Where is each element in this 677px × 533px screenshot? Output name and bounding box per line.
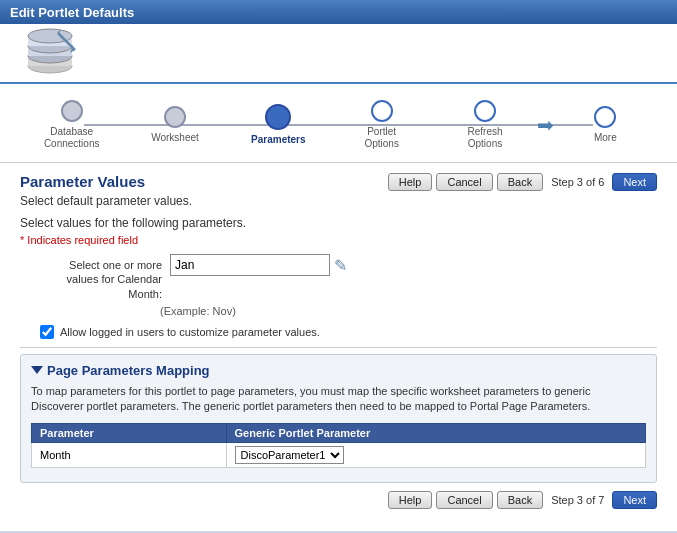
top-cancel-button[interactable]: Cancel — [436, 173, 492, 191]
step-circle-3 — [265, 104, 291, 130]
bottom-next-button[interactable]: Next — [612, 491, 657, 509]
page-description: Select default parameter values. — [20, 194, 192, 208]
col-header-generic: Generic Portlet Parameter — [226, 423, 645, 442]
required-note: * Indicates required field — [20, 234, 657, 246]
bottom-back-button[interactable]: Back — [497, 491, 543, 509]
content-area: Parameter Values Select default paramete… — [0, 163, 677, 527]
header-area — [0, 24, 677, 84]
steps-arrow: ➡ — [537, 113, 554, 137]
page-params-section: Page Parameters Mapping To map parameter… — [20, 354, 657, 483]
param-input[interactable] — [170, 254, 330, 276]
bottom-button-row: Help Cancel Back Step 3 of 7 Next — [20, 491, 657, 517]
step-circle-2 — [164, 106, 186, 128]
instruction1: Select values for the following paramete… — [20, 216, 657, 230]
step-circle-4 — [371, 100, 393, 122]
step-label-5: RefreshOptions — [467, 126, 502, 150]
step-database-connections[interactable]: DatabaseConnections — [20, 100, 123, 150]
top-back-button[interactable]: Back — [497, 173, 543, 191]
top-help-button[interactable]: Help — [388, 173, 433, 191]
step-label-3: Parameters — [251, 134, 305, 146]
checkbox-label: Allow logged in users to customize param… — [60, 326, 320, 338]
header-logo — [10, 28, 90, 78]
top-button-row: Help Cancel Back Step 3 of 6 Next — [388, 173, 657, 191]
steps-track: DatabaseConnections Worksheet Parameters… — [20, 92, 657, 158]
param-label: Select one or morevalues for CalendarMon… — [40, 254, 170, 301]
table-row: Month DiscoParameter1 DiscoParameter2 Di… — [32, 442, 646, 467]
step-worksheet[interactable]: Worksheet — [123, 106, 226, 144]
step-label-2: Worksheet — [151, 132, 199, 144]
customize-checkbox[interactable] — [40, 325, 54, 339]
param-cell-month: Month — [32, 442, 227, 467]
step-label-1: DatabaseConnections — [44, 126, 100, 150]
step-portlet-options[interactable]: PortletOptions — [330, 100, 433, 150]
step-label-4: PortletOptions — [364, 126, 398, 150]
wizard-steps: DatabaseConnections Worksheet Parameters… — [0, 84, 677, 163]
step-label-6: More — [594, 132, 617, 144]
collapse-icon[interactable] — [31, 366, 43, 374]
param-cell-dropdown: DiscoParameter1 DiscoParameter2 DiscoPar… — [226, 442, 645, 467]
example-text: (Example: Nov) — [160, 305, 657, 317]
bottom-cancel-button[interactable]: Cancel — [436, 491, 492, 509]
param-row: Select one or morevalues for CalendarMon… — [40, 254, 657, 301]
divider — [20, 347, 657, 348]
page-params-title: Page Parameters Mapping — [31, 363, 646, 378]
title-bar-label: Edit Portlet Defaults — [10, 5, 134, 20]
bottom-help-button[interactable]: Help — [388, 491, 433, 509]
top-next-button[interactable]: Next — [612, 173, 657, 191]
page-title: Parameter Values — [20, 173, 192, 190]
top-step-info: Step 3 of 6 — [547, 174, 608, 190]
generic-portlet-select[interactable]: DiscoParameter1 DiscoParameter2 DiscoPar… — [235, 446, 344, 464]
page-params-desc: To map parameters for this portlet to pa… — [31, 384, 646, 415]
title-bar: Edit Portlet Defaults — [0, 0, 677, 24]
col-header-parameter: Parameter — [32, 423, 227, 442]
bottom-step-info: Step 3 of 7 — [547, 492, 608, 508]
checkbox-row: Allow logged in users to customize param… — [40, 325, 657, 339]
step-circle-1 — [61, 100, 83, 122]
step-circle-6 — [594, 106, 616, 128]
step-circle-5 — [474, 100, 496, 122]
logo-icon — [20, 28, 80, 78]
section-title-block: Parameter Values Select default paramete… — [20, 173, 192, 212]
params-table: Parameter Generic Portlet Parameter Mont… — [31, 423, 646, 468]
step-more[interactable]: More — [554, 106, 657, 144]
step-refresh-options[interactable]: RefreshOptions — [433, 100, 536, 150]
step-parameters[interactable]: Parameters — [227, 104, 330, 146]
edit-icon[interactable]: ✎ — [334, 256, 347, 275]
main-content: DatabaseConnections Worksheet Parameters… — [0, 84, 677, 531]
